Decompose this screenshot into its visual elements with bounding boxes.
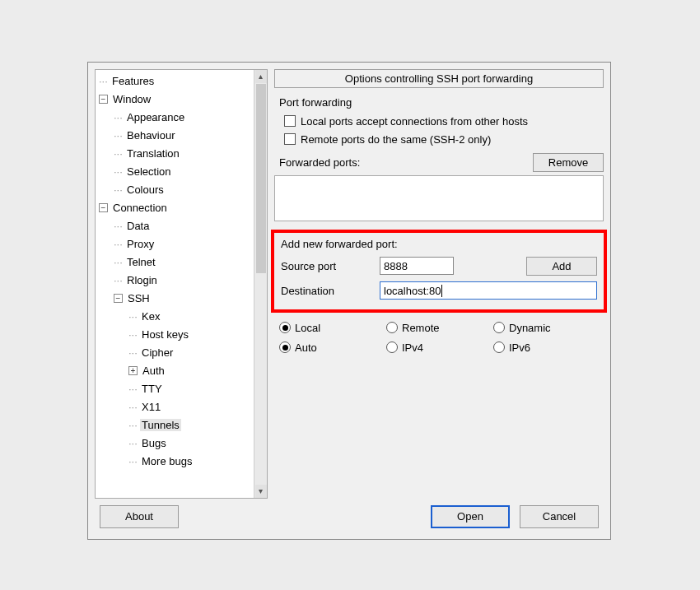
- radio-icon[interactable]: [279, 341, 291, 353]
- radio-auto[interactable]: Auto: [279, 341, 386, 354]
- checkbox-icon[interactable]: [284, 133, 296, 145]
- tree-item-window[interactable]: − Window: [99, 90, 254, 108]
- about-button[interactable]: About: [100, 505, 179, 528]
- category-tree-container: ··· Features − Window ···Appearance ···B…: [95, 69, 268, 499]
- checkbox-remote-ports[interactable]: Remote ports do the same (SSH-2 only): [284, 130, 604, 148]
- collapse-icon[interactable]: −: [99, 203, 108, 212]
- source-port-input[interactable]: [380, 257, 454, 275]
- checkbox-local-ports[interactable]: Local ports accept connections from othe…: [284, 112, 604, 130]
- radio-dynamic[interactable]: Dynamic: [493, 322, 600, 334]
- checkbox-icon[interactable]: [284, 115, 296, 127]
- putty-config-dialog: ··· Features − Window ···Appearance ···B…: [87, 62, 611, 540]
- cancel-button[interactable]: Cancel: [520, 505, 599, 528]
- tree-item-auth[interactable]: +Auth: [128, 361, 254, 379]
- radio-icon[interactable]: [493, 341, 505, 353]
- radio-remote[interactable]: Remote: [386, 322, 493, 334]
- tree-item-appearance[interactable]: ···Appearance: [114, 108, 254, 126]
- tree-item-behaviour[interactable]: ···Behaviour: [114, 126, 254, 144]
- main-area: ··· Features − Window ···Appearance ···B…: [88, 63, 610, 499]
- radio-icon[interactable]: [279, 322, 291, 333]
- radio-icon[interactable]: [493, 322, 505, 333]
- tree-item-translation[interactable]: ···Translation: [114, 144, 254, 162]
- radio-ipv6[interactable]: IPv6: [493, 341, 600, 354]
- radio-icon[interactable]: [386, 341, 398, 353]
- scroll-thumb[interactable]: [256, 84, 266, 273]
- tree-item-ssh[interactable]: − SSH: [114, 289, 254, 307]
- tree-item-morebugs[interactable]: ···More bugs: [128, 452, 254, 470]
- tree-item-proxy[interactable]: ···Proxy: [114, 235, 254, 253]
- destination-input[interactable]: localhost:80: [380, 281, 597, 300]
- open-button[interactable]: Open: [431, 505, 510, 528]
- group-port-forwarding-label: Port forwarding: [279, 96, 604, 109]
- tree-item-colours[interactable]: ···Colours: [114, 180, 254, 198]
- collapse-icon[interactable]: −: [99, 95, 108, 104]
- radio-ipv4[interactable]: IPv4: [386, 341, 493, 354]
- checkbox-label: Local ports accept connections from othe…: [301, 115, 528, 128]
- tree-item-data[interactable]: ···Data: [114, 216, 254, 235]
- collapse-icon[interactable]: −: [114, 294, 123, 303]
- pane-title: Options controlling SSH port forwarding: [274, 69, 604, 88]
- tree-item-x11[interactable]: ···X11: [128, 397, 254, 416]
- add-button[interactable]: Add: [526, 257, 597, 276]
- forwarded-ports-label: Forwarded ports:: [279, 156, 533, 169]
- remove-button[interactable]: Remove: [533, 153, 604, 172]
- options-pane: Options controlling SSH port forwarding …: [274, 69, 604, 499]
- source-port-label: Source port: [281, 260, 371, 272]
- text-caret: [441, 285, 442, 297]
- tree-item-telnet[interactable]: ···Telnet: [114, 253, 254, 271]
- tree-item-hostkeys[interactable]: ···Host keys: [128, 325, 254, 343]
- tree-item-cipher[interactable]: ···Cipher: [128, 343, 254, 361]
- tree-item-connection[interactable]: − Connection: [99, 198, 254, 216]
- tree-branch-glyph: ···: [99, 75, 110, 87]
- add-port-highlight: Add new forwarded port: Source port Add …: [271, 230, 607, 313]
- scroll-up-icon[interactable]: ▴: [255, 70, 267, 83]
- category-tree[interactable]: ··· Features − Window ···Appearance ···B…: [96, 70, 254, 498]
- checkbox-label: Remote ports do the same (SSH-2 only): [301, 133, 491, 146]
- tree-item-rlogin[interactable]: ···Rlogin: [114, 271, 254, 289]
- dialog-button-bar: About Open Cancel: [88, 499, 610, 535]
- scroll-down-icon[interactable]: ▾: [255, 485, 267, 498]
- tree-item-features[interactable]: ··· Features: [99, 72, 254, 90]
- expand-icon[interactable]: +: [128, 366, 138, 375]
- forwarded-ports-list[interactable]: [274, 175, 604, 221]
- tree-item-selection[interactable]: ···Selection: [114, 162, 254, 180]
- tree-item-bugs[interactable]: ···Bugs: [128, 434, 254, 452]
- tree-item-kex[interactable]: ···Kex: [128, 307, 254, 325]
- tree-scrollbar[interactable]: ▴ ▾: [254, 70, 267, 498]
- tree-item-tty[interactable]: ···TTY: [128, 379, 254, 397]
- add-new-port-label: Add new forwarded port:: [281, 238, 597, 250]
- radio-local[interactable]: Local: [279, 322, 386, 334]
- tree-item-tunnels[interactable]: ···Tunnels: [128, 416, 254, 434]
- destination-label: Destination: [281, 285, 371, 297]
- radio-icon[interactable]: [386, 322, 398, 333]
